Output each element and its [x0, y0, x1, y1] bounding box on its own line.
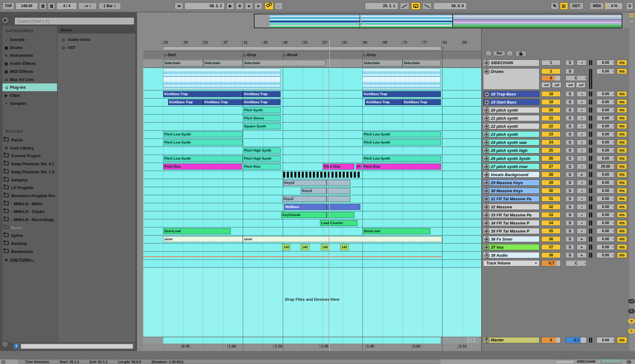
arrangement-overview[interactable] [254, 14, 622, 28]
solo-button[interactable]: S [566, 196, 574, 202]
bottom-scroll-strip[interactable] [0, 351, 635, 359]
track-delay-unit[interactable]: ms [617, 252, 627, 258]
arm-button[interactable]: ◑ [577, 131, 587, 137]
send-level-field[interactable]: -inf [566, 82, 575, 88]
track-delay-field[interactable]: 0.00 [597, 196, 615, 202]
track-number-badge[interactable]: 32 [541, 204, 561, 210]
master-volume-field[interactable]: -6.1 [566, 337, 587, 343]
track-number-badge[interactable]: 27 [541, 164, 561, 169]
track-delay-unit[interactable]: ms [617, 212, 627, 218]
track-delay-unit[interactable]: ms [617, 156, 627, 161]
places-item-current-project[interactable]: Current Project [2, 152, 57, 160]
track-name[interactable]: 20 pitch synth [483, 107, 540, 113]
track-number-badge[interactable]: 22 [541, 123, 561, 129]
track-delay-field[interactable]: 0.00 [597, 123, 615, 129]
solo-button[interactable]: S [566, 172, 574, 177]
name-column-header[interactable]: Name ▲ [58, 26, 135, 33]
track-number-badge[interactable]: 35 [541, 228, 561, 234]
arm-button[interactable]: ● [577, 236, 587, 242]
search-input[interactable] [15, 17, 134, 25]
browser-footer-field[interactable] [21, 344, 133, 349]
places-item--mnkln-midis[interactable]: - MNKLN - MIDIs [2, 200, 57, 208]
drop-area[interactable] [143, 268, 481, 337]
track-name[interactable]: Drums [483, 68, 540, 90]
pan-field[interactable]: 0 [541, 75, 561, 81]
arm-button[interactable]: ◑ [577, 156, 587, 161]
automation-arm-button[interactable] [265, 2, 273, 10]
track-delay-unit[interactable]: ms [617, 107, 627, 113]
track-header-row[interactable]: ▶18 Trap-Bass18S◑0.00ms [481, 91, 629, 99]
track-fold-button[interactable]: ▶ [484, 132, 490, 137]
track-delay-unit[interactable]: ms [617, 131, 627, 137]
track-name[interactable]: 33 FR Tal Massive Pa [483, 212, 540, 218]
track-delay-unit[interactable]: ms [617, 172, 627, 177]
pan-center-field[interactable]: C [566, 75, 587, 81]
track-delay-field[interactable]: 0.00 [597, 131, 615, 137]
hamburger-icon[interactable] [629, 14, 634, 17]
track-delay-unit[interactable]: ms [617, 196, 627, 202]
track-fold-button[interactable]: ▶ [484, 60, 490, 66]
track-name[interactable]: Vocals Background [483, 171, 540, 178]
track-delay-unit[interactable]: ms [617, 123, 627, 129]
track-name[interactable]: 36 Fx Siren [483, 236, 540, 242]
solo-button[interactable]: S [566, 115, 574, 121]
loop-button[interactable] [411, 2, 420, 10]
overview-toggle-pill[interactable] [629, 20, 635, 24]
playhead[interactable] [329, 40, 330, 351]
track-header-row[interactable]: ▶20 pitch synth20S◑0.00ms [481, 107, 629, 115]
track-name[interactable]: 25 pitch synth high [483, 147, 540, 153]
track-lane[interactable] [143, 252, 481, 260]
track-name[interactable]: 30 Massive Keys [483, 188, 540, 194]
places-item-samples[interactable]: Samples [2, 176, 57, 184]
track-delay-field[interactable]: 0.00 [597, 91, 615, 97]
sidebar-item-drums[interactable]: ▦Drums [2, 44, 57, 51]
track-delay-field[interactable]: 29.00 [597, 164, 615, 169]
track-number-badge[interactable]: 23 [541, 131, 561, 137]
solo-button[interactable]: S [566, 244, 574, 250]
track-fold-button[interactable]: ▶ [484, 245, 490, 250]
arm-button[interactable]: ◑ [577, 228, 587, 234]
track-fold-button[interactable]: ▶ [484, 91, 490, 97]
track-delay-unit[interactable]: ms [617, 164, 627, 169]
io-section-toggle[interactable]: I-O [628, 299, 635, 304]
audio-clip[interactable]: 140 [321, 244, 330, 250]
record-button[interactable]: ● [245, 2, 253, 10]
audio-clip[interactable]: KeyChords [281, 212, 326, 218]
audio-clip[interactable] [326, 204, 360, 210]
track-lane[interactable] [143, 244, 481, 252]
midi-map-button[interactable]: MIDI [590, 2, 604, 10]
audio-clip[interactable]: Pitch Rise [243, 164, 281, 170]
audio-clip[interactable]: Pitch Rise [163, 164, 242, 170]
audio-clip[interactable]: Pitch Low Synth [163, 131, 243, 137]
audio-clip[interactable]: Sidechain [203, 60, 243, 66]
track-header-row[interactable]: ▶SIDECHAIN1S◑0.00ms [481, 59, 629, 68]
send-level-field[interactable]: -inf [576, 82, 585, 88]
track-delay-field[interactable]: 0.00 [597, 244, 615, 250]
track-header-row[interactable]: ▶22 pitch synth22S◑0.00ms [481, 123, 629, 131]
browser-collapse-button[interactable]: ▶ [1, 16, 9, 24]
track-header-row[interactable]: ▶21 pitch synth21S◑0.00ms [481, 115, 629, 123]
track-name[interactable]: 21 pitch synth [483, 115, 540, 121]
track-delay-field[interactable]: 0.00 [597, 107, 615, 113]
arm-button[interactable]: ◑ [577, 212, 587, 218]
mixer-section-toggle[interactable]: M [628, 319, 635, 323]
track-fold-button[interactable]: ▶ [484, 164, 490, 170]
loop-length-field[interactable]: 56. 0. 0 [433, 2, 467, 10]
audio-clip[interactable] [326, 188, 350, 194]
sidebar-item-audio-effects[interactable]: ▤Audio Effects [2, 60, 57, 67]
track-delay-field[interactable]: 0.00 [597, 99, 615, 105]
master-pan-field[interactable]: 0 [541, 337, 561, 343]
track-fold-button[interactable]: ▶ [484, 140, 490, 145]
track-number-badge[interactable]: 34 [541, 220, 561, 226]
track-header-row[interactable]: ▶33 FR Tal Massive Pa33S◑0.00ms [481, 211, 629, 220]
sidebar-item-max-for-live[interactable]: ▭Max for Live [2, 76, 57, 83]
computer-midi-keyboard-button[interactable] [560, 2, 568, 10]
track-delay-field[interactable]: 0.00 [597, 60, 615, 65]
track-name[interactable]: 27 pitch synth riser [483, 163, 540, 170]
metronome-button[interactable]: ○●▼ [78, 2, 97, 10]
send-level-field[interactable]: -inf [552, 82, 561, 88]
overdub-button[interactable]: + [254, 2, 262, 10]
locator-flag[interactable]: Break [283, 51, 298, 58]
tap-tempo-button[interactable]: TAP [2, 2, 14, 10]
device-thumbnail[interactable] [601, 360, 621, 364]
